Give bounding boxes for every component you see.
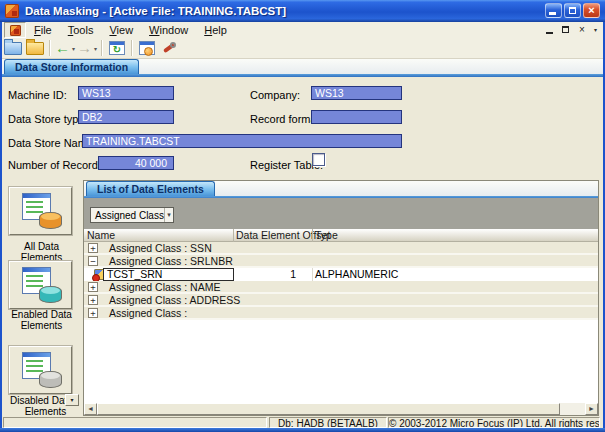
scroll-left-button[interactable]: ◄ <box>84 403 97 415</box>
menu-file[interactable]: File <box>26 23 60 37</box>
disabled-elements-dropdown-button[interactable]: ▾ <box>65 394 79 406</box>
folder-icon <box>26 42 44 55</box>
menu-tools[interactable]: Tools <box>60 23 102 37</box>
column-separator <box>312 268 313 281</box>
refresh-icon: ↻ <box>109 41 125 55</box>
register-table-checkbox[interactable] <box>312 153 325 166</box>
forward-button[interactable]: → ▾ <box>77 39 97 57</box>
assigned-class-dropdown-label: Assigned Class <box>91 210 164 221</box>
all-data-elements-icon <box>20 193 62 229</box>
window-title: Data Masking - [Active File: TRAINING.TA… <box>25 5 286 17</box>
scroll-right-button[interactable]: ► <box>585 403 598 415</box>
record-format-field[interactable] <box>311 110 402 124</box>
toolbar-separator <box>101 40 103 56</box>
all-data-elements-label: All Data Elements <box>2 241 81 263</box>
alerts-button[interactable] <box>137 39 157 57</box>
company-field[interactable]: WS13 <box>311 86 402 100</box>
enabled-data-elements-label: Enabled Data Elements <box>2 309 81 331</box>
toolbar-separator <box>49 40 51 56</box>
toolbar-separator <box>131 40 133 56</box>
close-button[interactable]: × <box>583 3 600 18</box>
app-icon <box>5 4 19 18</box>
group-label: Assigned Class : <box>109 307 187 319</box>
tab-data-store-information[interactable]: Data Store Information <box>4 59 139 74</box>
elements-tabstrip: List of Data Elements <box>84 181 598 199</box>
data-store-type-field[interactable]: DB2 <box>78 110 174 124</box>
element-offset-cell: 1 <box>234 268 296 281</box>
app-icon-small <box>10 25 21 36</box>
table-row-group-unassigned[interactable]: + Assigned Class : <box>84 307 598 320</box>
close-icon: × <box>584 4 599 17</box>
group-label: Assigned Class : ADDRESS <box>109 294 240 306</box>
element-type-cell: ALPHANUMERIC <box>315 268 398 281</box>
restore-icon <box>569 7 576 14</box>
back-dropdown-icon: ▾ <box>72 45 75 52</box>
mdi-minimize-button[interactable] <box>544 24 556 36</box>
machine-id-field[interactable]: WS13 <box>78 86 174 100</box>
group-label: Assigned Class : NAME <box>109 281 220 293</box>
menu-window[interactable]: Window <box>141 23 196 37</box>
status-segment-empty <box>3 417 267 428</box>
forward-arrow-icon: → <box>77 40 92 56</box>
collapse-toggle[interactable]: − <box>88 256 98 266</box>
minimize-icon <box>549 12 556 15</box>
mdi-app-icon-box <box>4 22 26 38</box>
app-window: Data Masking - [Active File: TRAINING.TA… <box>0 0 605 432</box>
menu-bar: File Tools View Window Help × ▾ <box>2 22 603 39</box>
data-elements-panel: List of Data Elements Assigned Class ▾ N… <box>83 180 599 416</box>
titlebar[interactable]: Data Masking - [Active File: TRAINING.TA… <box>0 0 605 22</box>
alert-dot-icon <box>144 47 153 56</box>
column-separator <box>312 229 313 242</box>
status-copyright: © 2003-2012 Micro Focus (IP) Ltd. All ri… <box>388 417 600 428</box>
horizontal-scrollbar[interactable]: ◄ ► <box>84 403 598 415</box>
toolbar-overflow-chevron[interactable]: ▾ <box>592 24 599 36</box>
settings-button[interactable] <box>159 39 179 57</box>
number-of-records-label: Number of Records: <box>8 159 106 171</box>
minimize-icon <box>546 32 553 34</box>
mdi-restore-button[interactable] <box>560 24 572 36</box>
column-header-type[interactable]: Type <box>315 229 338 242</box>
enabled-data-elements-button[interactable] <box>9 261 72 309</box>
table-row-group-address[interactable]: + Assigned Class : ADDRESS <box>84 294 598 307</box>
elements-table: + Assigned Class : SSN − Assigned Class … <box>84 242 598 403</box>
expand-toggle[interactable]: + <box>88 308 98 318</box>
data-store-name-field[interactable]: TRAINING.TABCST <box>82 134 402 148</box>
window-controls: × <box>545 3 600 18</box>
scrollbar-thumb[interactable] <box>97 403 560 415</box>
expand-toggle[interactable]: + <box>88 282 98 292</box>
company-label: Company: <box>250 89 300 101</box>
number-of-records-field[interactable]: 40 000 <box>98 156 174 170</box>
table-row-element[interactable]: TCST_SRN 1 ALPHANUMERIC <box>84 268 598 281</box>
open-folder-button[interactable] <box>25 39 45 57</box>
window-border-left <box>0 20 2 432</box>
forward-dropdown-icon: ▾ <box>94 45 97 52</box>
back-button[interactable]: ← ▾ <box>55 39 75 57</box>
data-store-tabstrip: Data Store Information <box>2 59 603 77</box>
column-separator <box>233 229 234 242</box>
database-icon <box>39 371 62 388</box>
assigned-class-dropdown[interactable]: Assigned Class ▾ <box>90 207 174 223</box>
disabled-data-elements-button[interactable] <box>9 346 72 394</box>
column-header-name[interactable]: Name <box>87 229 115 242</box>
mdi-close-button[interactable]: × <box>576 24 588 36</box>
machine-id-label: Machine ID: <box>8 89 67 101</box>
expand-toggle[interactable]: + <box>88 243 98 253</box>
tab-list-of-data-elements[interactable]: List of Data Elements <box>86 181 215 196</box>
element-name-input[interactable]: TCST_SRN <box>103 268 234 281</box>
open-file-button[interactable] <box>3 39 23 57</box>
chevron-down-icon: ▾ <box>164 208 173 222</box>
table-header: Name Data Element Offset Type <box>84 229 598 242</box>
table-row-group-srlnbr[interactable]: − Assigned Class : SRLNBR <box>84 255 598 268</box>
database-icon <box>39 286 62 303</box>
status-bar: Db: HADB (BETAALB) © 2003-2012 Micro Foc… <box>2 416 603 428</box>
refresh-button[interactable]: ↻ <box>107 39 127 57</box>
alert-window-icon <box>139 41 155 55</box>
minimize-button[interactable] <box>545 3 562 18</box>
expand-toggle[interactable]: + <box>88 295 98 305</box>
table-row-group-ssn[interactable]: + Assigned Class : SSN <box>84 242 598 255</box>
restore-button[interactable] <box>564 3 581 18</box>
menu-help[interactable]: Help <box>196 23 235 37</box>
all-data-elements-button[interactable] <box>9 187 72 235</box>
table-row-group-name[interactable]: + Assigned Class : NAME <box>84 281 598 294</box>
menu-view[interactable]: View <box>101 23 141 37</box>
